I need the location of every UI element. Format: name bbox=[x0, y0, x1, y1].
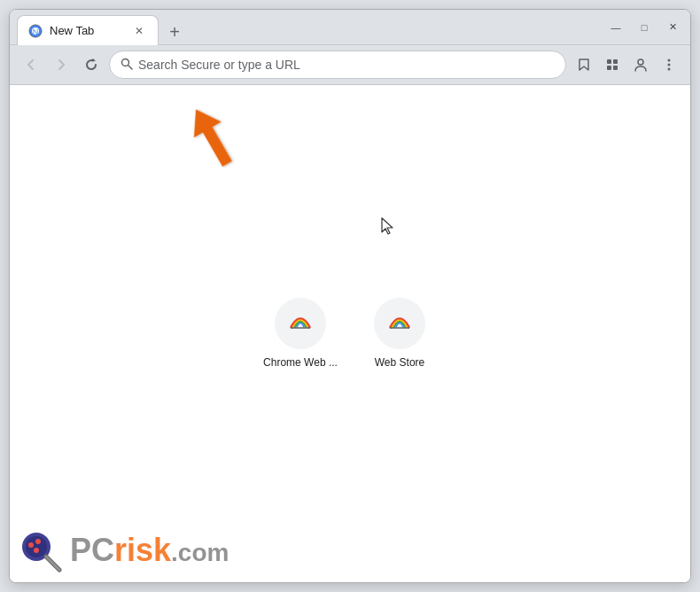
pcrisk-watermark: PCrisk.com bbox=[19, 527, 229, 573]
svg-text:N: N bbox=[33, 27, 39, 36]
svg-point-24 bbox=[34, 548, 39, 553]
forward-icon bbox=[55, 58, 67, 71]
shortcut-web-store[interactable]: Web Store bbox=[364, 298, 435, 369]
profile-icon bbox=[634, 58, 648, 72]
svg-point-21 bbox=[26, 536, 47, 557]
tab-close-button[interactable]: ✕ bbox=[131, 23, 147, 39]
reload-icon bbox=[85, 58, 97, 71]
shortcut-icon-chrome-web bbox=[275, 298, 326, 349]
svg-line-6 bbox=[128, 66, 132, 69]
svg-line-26 bbox=[46, 557, 59, 570]
window-controls: — □ ✕ bbox=[605, 17, 683, 38]
extensions-button[interactable] bbox=[600, 52, 625, 77]
maximize-button[interactable]: □ bbox=[634, 17, 655, 38]
shortcut-chrome-web[interactable]: Chrome Web ... bbox=[265, 298, 336, 369]
svg-point-14 bbox=[668, 68, 671, 71]
mouse-cursor bbox=[380, 216, 396, 239]
toolbar-icons bbox=[572, 52, 681, 77]
chrome-webstore-icon bbox=[284, 308, 316, 339]
title-bar: N New Tab ✕ + — □ ✕ bbox=[10, 10, 690, 45]
browser-window: N New Tab ✕ + — □ ✕ bbox=[9, 9, 691, 583]
reload-button[interactable] bbox=[79, 52, 104, 77]
active-tab[interactable]: N New Tab ✕ bbox=[17, 15, 159, 45]
svg-point-12 bbox=[668, 59, 671, 62]
minimize-button[interactable]: — bbox=[605, 17, 626, 38]
svg-point-23 bbox=[35, 539, 41, 544]
pcrisk-logo-icon bbox=[19, 527, 65, 573]
pcrisk-pc: PCrisk.com bbox=[70, 532, 229, 568]
svg-rect-9 bbox=[607, 66, 611, 70]
svg-rect-7 bbox=[607, 59, 611, 64]
shortcuts-section: Chrome Web ... Web Store bbox=[265, 298, 435, 369]
svg-point-11 bbox=[638, 59, 643, 65]
close-button[interactable]: ✕ bbox=[662, 17, 683, 38]
shortcut-label-web-store: Web Store bbox=[375, 356, 424, 369]
new-tab-button[interactable]: + bbox=[162, 19, 187, 44]
forward-button[interactable] bbox=[49, 52, 74, 77]
shortcut-icon-web-store bbox=[374, 298, 425, 349]
svg-point-22 bbox=[28, 542, 34, 548]
nav-bar: Search Secure or type a URL bbox=[10, 45, 690, 85]
svg-marker-15 bbox=[183, 105, 241, 172]
webstore-icon bbox=[384, 308, 416, 339]
back-button[interactable] bbox=[19, 52, 43, 77]
address-bar[interactable]: Search Secure or type a URL bbox=[109, 51, 566, 79]
page-content: Chrome Web ... Web Store bbox=[10, 85, 690, 582]
search-icon bbox=[121, 58, 133, 73]
bookmark-button[interactable] bbox=[572, 52, 596, 77]
menu-button[interactable] bbox=[657, 52, 681, 77]
svg-rect-8 bbox=[613, 59, 618, 64]
tab-title: New Tab bbox=[50, 24, 124, 37]
svg-point-13 bbox=[668, 64, 671, 66]
svg-rect-10 bbox=[613, 66, 618, 70]
address-text: Search Secure or type a URL bbox=[138, 58, 555, 72]
tab-area: N New Tab ✕ + bbox=[17, 10, 598, 44]
extensions-icon bbox=[605, 58, 619, 72]
back-icon bbox=[25, 58, 37, 71]
cursor-icon bbox=[380, 216, 396, 236]
shortcut-label-chrome-web: Chrome Web ... bbox=[263, 356, 338, 369]
tab-favicon: N bbox=[28, 24, 43, 38]
bookmark-icon bbox=[577, 58, 591, 72]
svg-point-5 bbox=[122, 58, 129, 66]
menu-icon bbox=[662, 58, 676, 72]
arrow-svg bbox=[183, 105, 245, 175]
pcrisk-text: PCrisk.com bbox=[70, 532, 229, 569]
profile-button[interactable] bbox=[628, 52, 653, 77]
